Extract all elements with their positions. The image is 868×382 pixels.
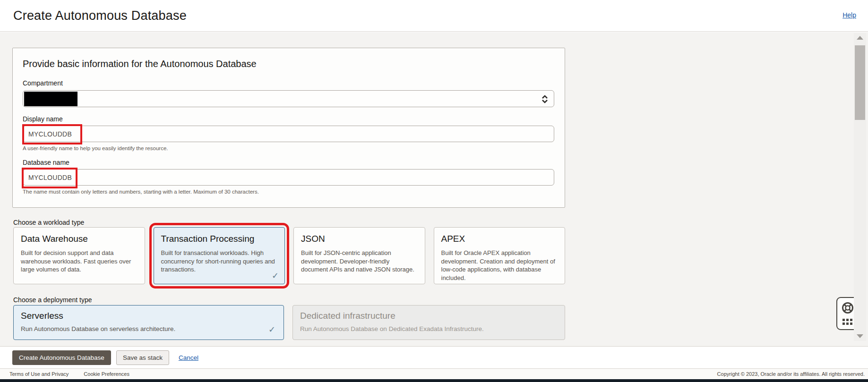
display-name-input[interactable]: MYCLOUDDB xyxy=(23,126,554,142)
workload-card-apex[interactable]: APEX Built for Oracle APEX application d… xyxy=(434,227,566,284)
create-autonomous-database-button[interactable]: Create Autonomous Database xyxy=(12,350,111,365)
deployment-card-row: Serverless Run Autonomous Database on se… xyxy=(13,305,565,340)
basic-info-heading: Provide basic information for the Autono… xyxy=(23,59,553,69)
card-description: Built for JSON-centric application devel… xyxy=(301,249,418,274)
footer-links: Terms of Use and Privacy Cookie Preferen… xyxy=(9,371,129,377)
action-bar: Create Autonomous Database Save as stack… xyxy=(0,346,868,368)
card-description: Run Autonomous Database on serverless ar… xyxy=(21,325,276,333)
card-title: JSON xyxy=(301,234,418,244)
compartment-label: Compartment xyxy=(23,79,553,87)
card-title: Dedicated infrastructure xyxy=(300,311,558,321)
deployment-card-dedicated-infrastructure: Dedicated infrastructure Run Autonomous … xyxy=(292,305,565,340)
display-name-helper: A user-friendly name to help you easily … xyxy=(23,145,553,151)
page-footer: Terms of Use and Privacy Cookie Preferen… xyxy=(0,368,868,379)
deployment-card-serverless[interactable]: Serverless Run Autonomous Database on se… xyxy=(13,305,284,340)
help-link[interactable]: Help xyxy=(842,11,856,19)
content-area: Provide basic information for the Autono… xyxy=(0,32,868,346)
scroll-down-button[interactable] xyxy=(854,331,866,341)
cookie-preferences-link[interactable]: Cookie Preferences xyxy=(84,371,129,377)
page-title: Create Autonomous Database xyxy=(13,8,187,23)
workload-card-json[interactable]: JSON Built for JSON-centric application … xyxy=(293,227,425,284)
deployment-type-label: Choose a deployment type xyxy=(13,296,92,304)
check-icon: ✓ xyxy=(272,271,279,281)
database-name-helper: The name must contain only letters and n… xyxy=(23,189,553,195)
check-icon: ✓ xyxy=(268,324,275,335)
redacted-compartment-value xyxy=(24,92,77,106)
card-title: Transaction Processing xyxy=(161,234,278,244)
scroll-up-icon xyxy=(857,36,863,40)
copyright-text: Copyright © 2023, Oracle and/or its affi… xyxy=(717,371,865,377)
terms-of-use-link[interactable]: Terms of Use and Privacy xyxy=(9,371,69,377)
select-stepper-icon xyxy=(541,94,549,106)
scroll-down-icon xyxy=(857,334,863,338)
workload-card-data-warehouse[interactable]: Data Warehouse Built for decision suppor… xyxy=(13,227,145,284)
dots-grid-icon xyxy=(842,319,852,325)
card-description: Built for transactional workloads. High … xyxy=(161,249,278,274)
bottom-strip xyxy=(0,379,868,382)
card-description: Run Autonomous Database on Dedicated Exa… xyxy=(300,325,558,333)
workload-card-transaction-processing[interactable]: Transaction Processing Built for transac… xyxy=(154,227,285,284)
card-title: APEX xyxy=(441,234,558,244)
page-header: Create Autonomous Database Help xyxy=(0,0,868,32)
compartment-select[interactable] xyxy=(23,90,554,107)
display-name-label: Display name xyxy=(23,115,553,123)
workload-card-row: Data Warehouse Built for decision suppor… xyxy=(13,227,565,284)
cancel-link[interactable]: Cancel xyxy=(179,354,198,361)
database-name-label: Database name xyxy=(23,159,553,166)
scrollbar-thumb[interactable] xyxy=(855,45,865,120)
basic-info-panel: Provide basic information for the Autono… xyxy=(12,48,565,208)
save-as-stack-button[interactable]: Save as stack xyxy=(116,350,169,365)
card-description: Built for decision support and data ware… xyxy=(21,249,138,274)
card-title: Serverless xyxy=(21,311,276,321)
life-ring-icon xyxy=(841,301,854,316)
card-title: Data Warehouse xyxy=(21,234,138,244)
database-name-value: MYCLOUDDB xyxy=(28,174,72,181)
database-name-input[interactable]: MYCLOUDDB xyxy=(23,169,554,186)
display-name-value: MYCLOUDDB xyxy=(28,130,72,138)
scroll-up-button[interactable] xyxy=(854,33,866,42)
card-description: Built for Oracle APEX application develo… xyxy=(441,249,558,282)
workload-type-label: Choose a workload type xyxy=(13,219,84,226)
vertical-scrollbar[interactable] xyxy=(854,33,866,341)
